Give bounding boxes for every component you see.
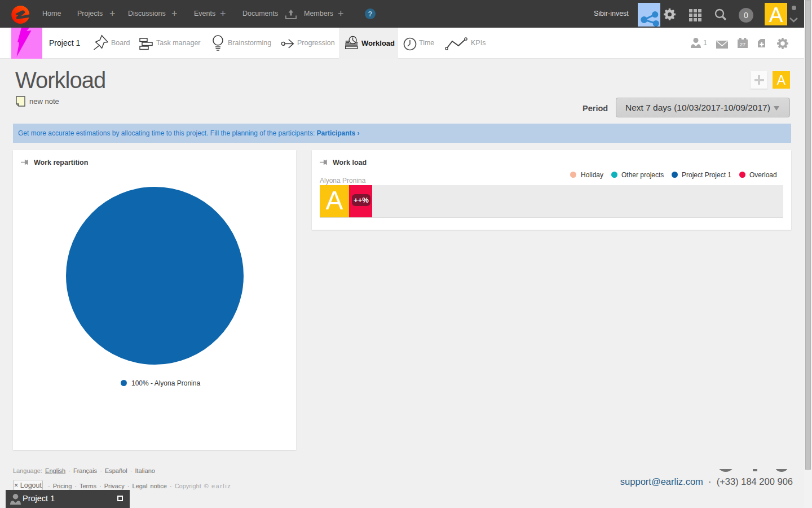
svg-text:27: 27 [740, 42, 745, 47]
